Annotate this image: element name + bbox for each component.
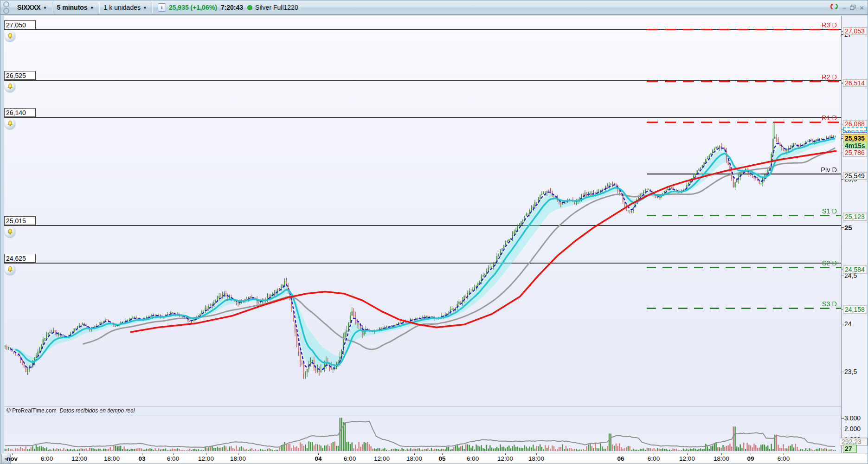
time-axis-label: 6:00 <box>778 455 790 462</box>
time-axis-label: 12:00 <box>198 455 214 462</box>
units-label: 1 k unidades <box>104 4 141 11</box>
pivot-label: R3 D <box>822 21 837 29</box>
units-selector[interactable]: 1 k unidades ▼ <box>99 0 152 14</box>
copyright-notice: © ProRealTime.com Datos recibidos en tie… <box>6 407 135 414</box>
alarm-bell-icon[interactable] <box>5 118 15 129</box>
price-marker-box: 25,123 <box>843 213 867 221</box>
info-icon[interactable]: i <box>158 3 166 12</box>
volume-axis-tick <box>842 429 844 429</box>
time-axis-label: 6:00 <box>167 455 179 462</box>
price-axis-tick <box>842 227 844 228</box>
close-icon[interactable]: × <box>860 4 864 11</box>
pivot-label: R2 D <box>822 73 837 81</box>
time-axis-label: 6:00 <box>344 455 356 462</box>
pivot-label: S2 D <box>822 259 837 267</box>
price-axis-label: 23,5 <box>844 368 857 375</box>
chevron-down-icon: ▼ <box>143 6 147 10</box>
prorealtime-chart-window: SIXXXX ▼ 5 minutos ▼ 1 k unidades ▼ i 25… <box>0 0 868 464</box>
chevron-down-icon: ▼ <box>43 6 47 10</box>
alarm-bell-icon[interactable] <box>5 81 15 92</box>
time-axis-label: 05 <box>438 455 445 462</box>
time-axis-label: 12:00 <box>374 455 390 462</box>
volume-axis-tick <box>842 418 844 419</box>
refresh-icon[interactable] <box>829 2 839 13</box>
chart-toolbar: SIXXXX ▼ 5 minutos ▼ 1 k unidades ▼ i 25… <box>0 0 868 15</box>
pivot-label: Piv D <box>821 166 837 174</box>
time-axis-label: 03 <box>138 455 145 462</box>
price-marker-box: 24,584 <box>843 266 867 274</box>
alarm-price-box[interactable]: 26,525 <box>4 71 36 80</box>
price-marker-box: 26,514 <box>843 79 867 87</box>
price-axis-tick <box>842 276 844 276</box>
pane-divider[interactable] <box>4 415 841 415</box>
time-axis-label: 09 <box>747 455 754 462</box>
minimize-button[interactable]: – <box>842 4 846 11</box>
timeframe-label: 5 minutos <box>57 4 88 11</box>
price-axis-label: 24 <box>844 320 852 328</box>
price-marker-box: 27 <box>843 445 857 453</box>
alarm-bell-icon[interactable] <box>5 31 15 41</box>
time-axis-label: 18:00 <box>528 455 544 462</box>
time-axis-label: 12:00 <box>71 455 87 462</box>
pivot-label: S1 D <box>822 207 837 215</box>
time-axis-label: 18:00 <box>104 455 120 462</box>
instrument-label: SIXXXX <box>17 4 41 11</box>
time-axis-label: 18:00 <box>230 455 246 462</box>
price-marker-box: 25,549 <box>843 172 867 180</box>
price-axis-tick <box>842 324 844 324</box>
time-axis-label: 12:00 <box>497 455 513 462</box>
feed-status-icon <box>247 5 252 10</box>
time-axis-label: 18:00 <box>714 455 729 462</box>
volume-axis-label: 3.000 <box>844 414 861 422</box>
alarm-price-box[interactable]: 27,050 <box>4 20 36 29</box>
last-quote: 25,935 (+1,06%) <box>169 4 217 11</box>
time-axis[interactable]: « nov6:0012:0018:00036:0012:0018:00046:0… <box>0 453 868 464</box>
price-marker-box: 27,053 <box>843 27 867 35</box>
restore-button[interactable] <box>850 4 856 11</box>
timeframe-selector[interactable]: 5 minutos ▼ <box>52 0 99 14</box>
price-axis-label: 25 <box>844 224 852 232</box>
drag-grip-icon[interactable] <box>3 1 9 14</box>
feed-name: Silver Full1220 <box>255 4 298 11</box>
pivot-label: S3 D <box>822 300 837 308</box>
alarm-bell-icon[interactable] <box>5 264 15 275</box>
alarm-price-box[interactable]: 26,140 <box>4 108 36 117</box>
time-axis-label: nov <box>6 455 18 462</box>
pane-divider <box>4 406 841 407</box>
alarm-bell-icon[interactable] <box>5 226 15 237</box>
price-axis-tick <box>842 372 844 372</box>
time-axis-label: 6:00 <box>467 455 479 462</box>
volume-axis-label: 2.000 <box>844 425 861 432</box>
time-axis-label: 12:00 <box>679 455 695 462</box>
quote-time: 7:20:43 <box>221 4 243 11</box>
alarm-price-box[interactable]: 24,625 <box>4 254 36 263</box>
time-axis-label: 6:00 <box>648 455 660 462</box>
chevron-down-icon: ▼ <box>90 6 94 10</box>
price-marker-box: 24,158 <box>843 306 867 314</box>
price-chart-canvas[interactable] <box>4 16 841 453</box>
time-axis-label: 06 <box>617 455 624 462</box>
toolbar-divider <box>152 2 152 13</box>
time-axis-label: 6:00 <box>41 455 53 462</box>
price-marker-box: 25,786 <box>843 149 867 157</box>
time-axis-label: 18:00 <box>406 455 422 462</box>
price-marker-box: 25,935 <box>843 135 867 142</box>
price-marker-box <box>843 127 867 131</box>
price-axis[interactable]: 2726,52625,52524,52423,53.0002.0001.0002… <box>841 16 868 453</box>
pivot-label: R1 D <box>822 114 837 122</box>
alarm-price-box[interactable]: 25,015 <box>4 216 36 225</box>
time-axis-label: 04 <box>315 455 321 462</box>
instrument-selector[interactable]: SIXXXX ▼ <box>13 0 52 14</box>
